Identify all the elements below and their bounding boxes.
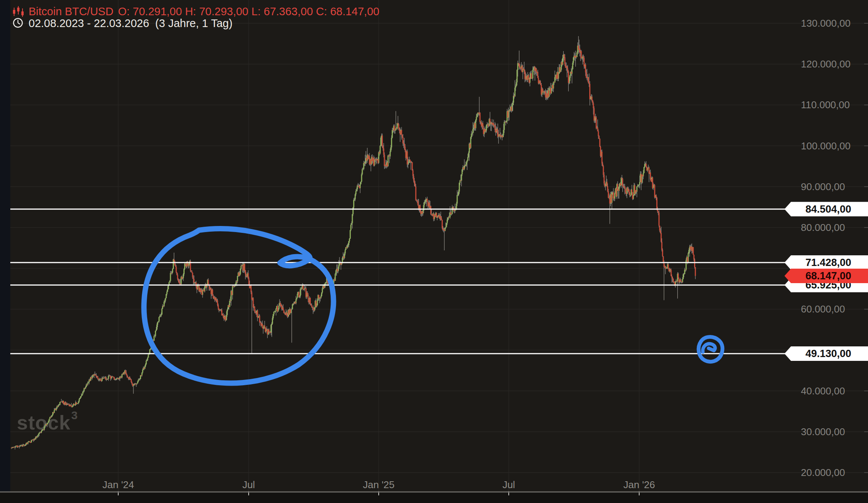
y-axis-label: 130.000,00 [801,18,850,29]
current-price-tag: 68.147,00 [784,269,868,283]
svg-text:stock3: stock3 [17,409,78,434]
date-range-line: 02.08.2023 - 22.03.2026(3 Jahre, 1 Tag) [29,17,233,29]
price-level-tag[interactable]: 71.428,00 [784,255,868,270]
x-axis-label: Jul [242,479,255,490]
x-axis-label: Jan '24 [102,479,134,490]
stock3-watermark: stock3 [17,409,78,434]
y-axis-label: 60.000,00 [801,303,845,315]
symbol-and-ohlc: Bitcoin BTC/USDO: 70.291,00 H: 70.293,00… [29,5,379,18]
bottom-axis-area[interactable] [0,492,868,503]
y-axis-label: 80.000,00 [801,222,845,233]
x-axis-label: Jul [502,479,515,490]
y-axis-label: 120.000,00 [801,58,850,70]
trading-chart-window: stock3 Jan '24JulJan '25JulJan '26 130.0… [0,0,868,503]
date-range: 02.08.2023 - 22.03.2026 [29,17,149,29]
symbol-label: Bitcoin BTC/USD [29,5,113,18]
watermark-sup: 3 [71,409,78,421]
left-gutter [0,0,10,492]
y-axis-label: 20.000,00 [801,467,845,478]
x-axis-label: Jan '25 [363,479,394,490]
price-level-tag-label: 71.428,00 [805,257,851,268]
ohlc-values: O: 70.291,00 H: 70.293,00 L: 67.363,00 C… [118,5,379,18]
price-level-tag-label: 84.504,00 [805,203,851,215]
price-level-tag[interactable]: 49.130,00 [784,346,868,361]
price-level-tag[interactable]: 84.504,00 [784,202,868,216]
y-axis-label: 110.000,00 [801,99,850,111]
period-label: (3 Jahre, 1 Tag) [155,17,233,29]
x-axis-label: Jan '26 [623,479,655,490]
current-price-tag-label: 68.147,00 [805,270,851,282]
y-axis-label: 30.000,00 [801,426,845,437]
y-axis-label: 100.000,00 [801,140,850,152]
plot-background[interactable] [0,0,868,492]
y-axis-label: 40.000,00 [801,385,845,397]
price-level-tag-label: 49.130,00 [805,348,851,359]
y-axis-label: 90.000,00 [801,181,845,192]
